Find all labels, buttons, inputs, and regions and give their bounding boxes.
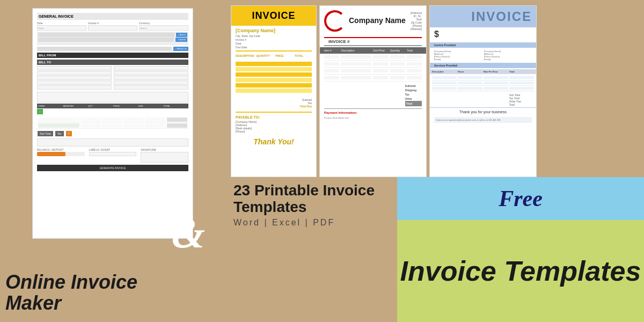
blue-td-8 [509,82,534,84]
form-title: GENERAL INVOICE [39,14,74,18]
td-6 [324,62,339,65]
add-item-button[interactable]: + [37,109,43,114]
free-text: Free [499,186,543,211]
online-invoice-line1: Online Invoice [5,271,137,293]
blue-th-total: Total [509,70,534,73]
tax-button[interactable]: Tax [55,131,64,136]
stripe-1 [236,62,312,66]
yellow-subtotal: Subtotal Tax Total Due [231,96,316,110]
total-button[interactable]: T [66,131,72,136]
stripe-5 [236,83,312,87]
printable-invoice-text: 23 Printable Invoice Templates [233,182,389,216]
sub-total-button[interactable]: Sub Total [38,131,53,136]
yellow-col-desc: DESCRIPTION [236,54,254,57]
yellow-small-text-1: City, State, Zip Code [231,34,316,38]
td-7 [341,62,371,65]
form-header: GENERAL INVOICE [37,13,188,20]
td-12 [341,69,371,72]
yellow-divider [236,50,312,52]
summary-tax: Tax [405,92,422,97]
yellow-col-headers: DESCRIPTION QUANTITY PRICE TOTAL [231,53,316,58]
summary-table: Subtotal Shipping Tax Other Total [405,84,422,106]
blue-th-hours: Hours [458,70,482,73]
labels-section: LABELS / EVENT [89,148,137,163]
yellow-stripes [231,58,316,96]
td-16 [324,76,339,79]
blue-header: INVOICE [430,6,536,27]
td-14 [390,69,405,72]
blue-th-desc: Description [432,70,457,73]
td-3 [373,55,388,58]
col-qty: QTY [88,105,112,107]
company-summary: Subtotal Shipping Tax Other Total [320,82,426,108]
yellow-payable: PAYABLE TO: [231,114,316,120]
main-container: GENERAL INVOICE DateSelect Invoice # Cur… [0,0,644,322]
invoice-templates-banner: Invoice Templates [397,220,644,322]
blue-td-9 [432,87,457,90]
th-unit: Unit Price [373,49,388,52]
blue-td-5 [432,82,457,84]
blue-header-left [434,14,435,19]
blue-dollar: $ [430,27,536,41]
blue-row-1 [432,75,534,80]
template-blue: INVOICE $ Invoice Provided [Company Name… [429,5,537,177]
summary-shipping: Shipping [405,88,422,92]
payment-info-label: Payment Information: [320,109,426,116]
yellow-small-text-3: Date [231,42,316,45]
company-name-text: Company Name [349,17,406,25]
template-yellow: INVOICE [Company Name] City, State, Zip … [231,5,317,177]
blue-td-7 [484,82,508,84]
form-table-header: ITEMS MODIFIER QTY PRICE DISC TOTAL [37,104,188,108]
blue-td-4 [509,76,534,79]
blue-bill-two-col: [Company Name][Address][Phone Number][Em… [430,49,536,62]
td-17 [341,76,371,79]
bottom-right-right: Free Invoice Templates [397,177,644,322]
yellow-invoice-title: INVOICE [236,10,312,21]
bill-from-label: BILL FROM [37,53,188,58]
blue-td-12 [509,87,534,90]
blue-row-2 [432,80,534,86]
form-top-row: DateSelect Invoice # CurrencySearch [37,21,188,31]
blue-table-cols: Description Hours Rate Per Hour Total [430,69,536,74]
blue-thankyou: Thank you for your business [430,107,536,116]
td-20 [407,76,422,79]
progress-bar-fill [37,152,65,156]
signature-label: SIGNATURE [141,148,188,151]
progress-bar-bg [37,152,85,156]
right-section: INVOICE [Company Name] City, State, Zip … [225,0,644,322]
blue-header-cols [434,14,435,19]
summary-total: Total [405,101,422,106]
blue-td-1 [432,76,457,79]
yellow-col-qty: QUANTITY [256,54,273,57]
company-row-4 [324,75,422,82]
company-row-1 [324,54,422,61]
yellow-company-label: [Company Name] [231,26,316,34]
yellow-small-text-2: Invoice # [231,38,316,41]
blue-sub-4: Total [509,103,521,106]
col-items: ITEMS [38,105,62,107]
col-total: TOTAL [163,105,187,107]
blue-subtotals: Sub Total Tax Total Other Fee Total [430,92,536,107]
td-11 [324,69,339,72]
payment-details: Put your bank details here [320,116,426,119]
blue-services-title: Services Provided [430,63,536,68]
yellow-divider-2 [236,112,312,113]
company-table-rows [320,54,426,82]
bill-to-label: BILL TO [37,60,188,65]
bottom-left-text: Online Invoice Maker [5,272,137,314]
td-5 [407,55,422,58]
total-due-row: Total Due [236,105,312,108]
table-row [37,117,188,123]
balance-label: BALANCE / DEPOSIT [37,148,85,151]
col-price: PRICE [113,105,137,107]
blue-td-2 [458,76,482,79]
yellow-header: INVOICE [231,6,316,26]
blue-invoice-title: INVOICE [471,9,532,24]
summary-subtotal: Subtotal [405,84,422,88]
blue-desc-section: Contact us at questions@somewhere.com or… [434,117,532,123]
td-9 [390,62,405,65]
td-19 [390,76,405,79]
company-row-2 [324,61,422,68]
yellow-thankyou: Thank You! [231,133,316,150]
th-total: Total [407,49,422,52]
